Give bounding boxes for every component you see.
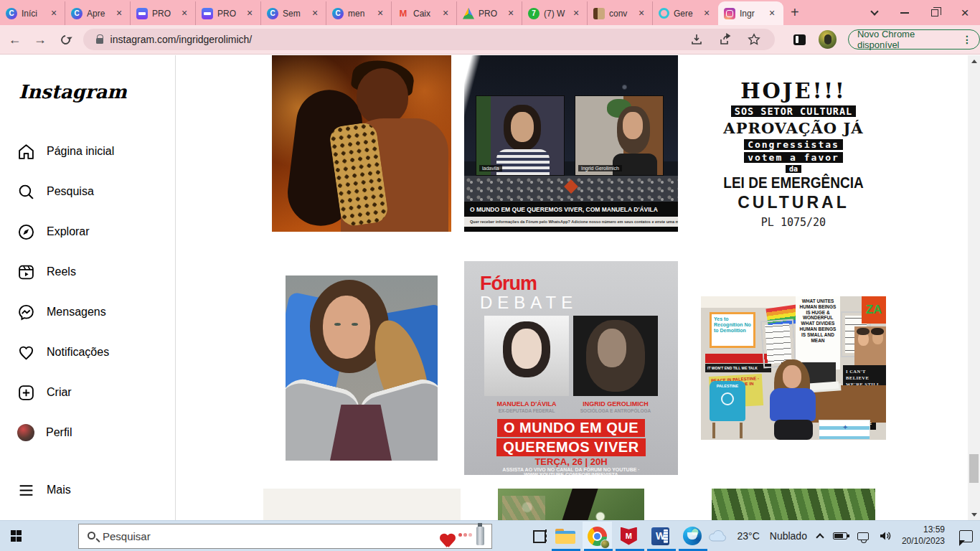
search-decoration-hearts-spray[interactable] [440, 527, 484, 545]
tab-canva-apre[interactable]: C Apre × [65, 1, 131, 25]
post-protest-room[interactable]: Yes to Recognition No to Demolition IT W… [687, 260, 900, 476]
close-tab-icon[interactable]: × [113, 8, 125, 19]
tab-drive[interactable]: PRO × [457, 1, 522, 25]
menu-dots-icon[interactable]: ⋮ [962, 34, 972, 45]
videocall-caption: O MUNDO EM QUE QUEREMOS VIVER, COM MANUE… [464, 202, 678, 217]
taskbar-chrome[interactable] [583, 522, 612, 550]
post-leaves[interactable] [687, 489, 900, 520]
taskbar-edge[interactable] [677, 522, 707, 550]
taskbar-mcafee[interactable]: M [614, 522, 644, 550]
tab-gmail[interactable]: M Caix × [392, 1, 457, 25]
taskbar-search[interactable] [78, 524, 492, 549]
blue-chair: PALESTINE [707, 381, 748, 438]
post-videocall[interactable]: ladavila Ingrid Gerolimich O MUNDO EM QU… [464, 55, 678, 232]
close-tab-icon[interactable]: × [701, 8, 712, 19]
forward-button[interactable]: → [29, 29, 50, 50]
action-center-icon[interactable] [959, 530, 973, 542]
share-icon[interactable] [719, 33, 732, 46]
start-button[interactable] [0, 521, 32, 551]
download-icon[interactable] [690, 33, 703, 46]
close-tab-icon[interactable]: × [179, 8, 190, 19]
scrollbar-thumb[interactable] [969, 454, 979, 483]
close-tab-icon[interactable]: × [374, 8, 386, 19]
close-tab-icon[interactable]: × [570, 8, 582, 19]
minimize-button[interactable] [890, 0, 920, 25]
profile-avatar[interactable] [819, 30, 837, 49]
home-icon [17, 143, 35, 161]
tab-canva-sem[interactable]: C Sem × [261, 1, 326, 25]
tab-pro-1[interactable]: PRO × [131, 1, 196, 25]
tab-canva-men[interactable]: C men × [326, 1, 392, 25]
tab-godaddy[interactable]: Gere × [653, 1, 718, 25]
tab-search-chevron-icon[interactable] [859, 0, 890, 25]
back-button[interactable]: ← [4, 29, 25, 50]
post-selfie[interactable] [255, 260, 468, 476]
sidebar-item-create[interactable]: Criar [17, 372, 166, 413]
lock-icon[interactable] [96, 38, 103, 44]
selfie-photo [286, 276, 438, 461]
sidebar-item-messages[interactable]: Mensagens [17, 292, 166, 332]
battery-icon[interactable] [833, 532, 847, 540]
url-text[interactable]: instagram.com/ingridgerolimich/ [110, 34, 691, 45]
sidebar-item-home[interactable]: Página inicial [17, 131, 166, 171]
side-panel-icon[interactable] [793, 34, 806, 45]
tab-whatsapp[interactable]: 7 (7) W × [522, 1, 588, 25]
new-tab-button[interactable]: + [791, 4, 799, 21]
sidebar-item-notifications[interactable]: Notificações [17, 332, 166, 372]
sidebar-item-reels[interactable]: Reels [17, 252, 166, 292]
tab-conv[interactable]: conv × [588, 1, 653, 25]
instagram-logo[interactable]: Instagram [19, 81, 166, 103]
reload-button[interactable] [55, 29, 75, 50]
taskbar-word[interactable]: W [646, 522, 675, 550]
portrait-manuela [484, 316, 569, 396]
restore-button[interactable] [920, 0, 950, 25]
videocall-screenshot: ladavila Ingrid Gerolimich O MUNDO EM QU… [464, 55, 678, 232]
task-view-button[interactable] [532, 527, 549, 545]
close-tab-icon[interactable]: × [244, 8, 255, 19]
post-light[interactable] [255, 489, 468, 520]
close-window-button[interactable]: × [950, 0, 980, 25]
weather-description[interactable]: Nublado [770, 530, 807, 542]
address-bar[interactable]: instagram.com/ingridgerolimich/ [83, 29, 776, 50]
close-tab-icon[interactable]: × [440, 8, 451, 19]
bookmark-star-icon[interactable] [748, 33, 760, 46]
instagram-icon [724, 8, 735, 19]
weather-cloud-icon[interactable] [707, 529, 727, 542]
taskbar-file-explorer[interactable] [550, 522, 580, 550]
tab-instagram-active[interactable]: Ingr × [718, 1, 783, 25]
close-tab-icon[interactable]: × [309, 8, 321, 19]
instagram-page: Instagram Página inicial Pesquisa [0, 55, 980, 520]
tab-pro-2[interactable]: PRO × [196, 1, 261, 25]
scroll-down-icon[interactable] [968, 509, 980, 520]
heart-icon [17, 344, 35, 362]
sidebar-item-explore[interactable]: Explorar [17, 212, 166, 252]
poster-line: da [786, 165, 801, 173]
close-tab-icon[interactable]: × [636, 8, 647, 19]
search-input[interactable] [103, 530, 440, 542]
post-hoje-poster[interactable]: HOJE!!! SOS SETOR CULTURAL APROVAÇÃO JÁ … [687, 55, 900, 232]
close-tab-icon[interactable]: × [766, 8, 778, 19]
taskbar-clock[interactable]: 13:59 20/10/2023 [902, 524, 945, 547]
cast-icon[interactable] [857, 532, 869, 540]
chrome-update-button[interactable]: Novo Chrome disponível ⋮ [848, 29, 980, 50]
tab-title: Iníci [22, 9, 44, 19]
close-tab-icon[interactable]: × [48, 8, 60, 19]
speaker-icon[interactable] [879, 530, 892, 542]
sidebar-item-profile[interactable]: Perfil [17, 413, 166, 453]
tab-canva-inicio[interactable]: C Iníci × [0, 1, 65, 25]
sidebar-item-more[interactable]: Mais [17, 470, 166, 510]
page-scrollbar[interactable] [968, 55, 980, 520]
speaker-name: MANUELA D'ÁVILA [480, 400, 573, 408]
tray-expand-icon[interactable] [816, 533, 824, 541]
sidebar-item-search[interactable]: Pesquisa [17, 171, 166, 212]
canva-icon: C [332, 8, 344, 19]
post-greenery-guitar[interactable] [464, 489, 678, 520]
post-forum-debate[interactable]: Fórum DEBATE MANUELA D'ÁVILA INGRID GERO… [464, 260, 678, 476]
system-tray: 23°C Nublado 13:59 20/10/2023 [707, 524, 980, 547]
post-hug-photo[interactable] [255, 55, 468, 232]
browser-toolbar: ← → instagram.com/ingridgerolimich/ [0, 25, 980, 55]
posts-grid: ladavila Ingrid Gerolimich O MUNDO EM QU… [176, 55, 968, 520]
close-tab-icon[interactable]: × [505, 8, 517, 19]
scroll-up-icon[interactable] [968, 55, 980, 67]
weather-temperature[interactable]: 23°C [738, 530, 760, 542]
